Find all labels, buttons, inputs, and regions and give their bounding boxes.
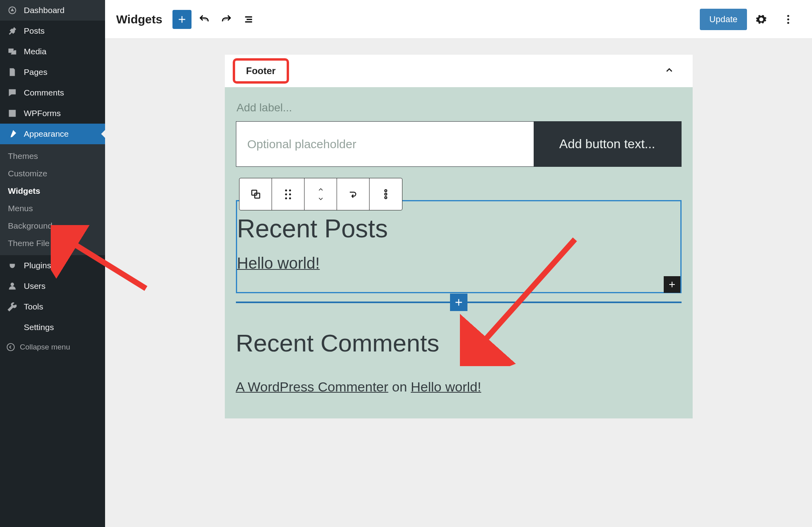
sidebar-item-label: Settings [24,323,54,332]
sidebar-item-pages[interactable]: Pages [0,62,105,82]
block-options-button[interactable] [370,178,402,210]
widget-area-title: Footer [233,58,289,84]
media-icon [6,46,18,57]
settings-button[interactable] [752,10,771,29]
submenu-item-themes[interactable]: Themes [0,147,105,165]
sidebar-item-label: Users [24,281,46,291]
recent-comments-heading: Recent Comments [236,329,682,357]
pin-icon [6,26,18,36]
sidebar-item-label: Posts [24,26,45,36]
sidebar-item-label: Comments [24,88,64,97]
widget-area-footer: Footer Add label... Optional placeholder… [225,55,693,418]
sidebar-item-label: Media [24,47,46,56]
sidebar-item-settings[interactable]: Settings [0,317,105,338]
recent-post-link[interactable]: Hello world! [237,254,320,272]
comment-on-text: on [388,379,411,394]
redo-button[interactable] [217,10,236,29]
sidebar-item-plugins[interactable]: Plugins [0,255,105,276]
list-view-button[interactable] [239,10,258,29]
submenu-item-theme-file-editor[interactable]: Theme File Editor [0,235,105,252]
block-inserter-line [236,292,682,312]
sidebar-item-dashboard[interactable]: Dashboard [0,0,105,21]
comment-icon [6,88,18,98]
move-to-widget-area-button[interactable] [337,178,370,210]
sidebar-item-users[interactable]: Users [0,276,105,296]
sidebar-item-media[interactable]: Media [0,41,105,62]
sidebar-item-label: Tools [24,302,43,311]
sidebar-item-label: Pages [24,67,48,77]
block-inserter-button[interactable] [450,294,467,311]
form-icon [6,108,18,118]
search-label-placeholder[interactable]: Add label... [236,101,682,121]
submenu-item-customize[interactable]: Customize [0,165,105,182]
sidebar-item-posts[interactable]: Posts [0,21,105,41]
svg-point-3 [787,22,789,24]
add-block-button[interactable] [172,10,192,29]
svg-point-1 [787,15,789,17]
drag-handle[interactable] [272,178,304,210]
sidebar-item-label: Dashboard [24,6,65,15]
gauge-icon [6,5,18,15]
search-block: Optional placeholder Add button text... [236,121,682,167]
widget-area-header[interactable]: Footer [225,55,693,87]
chevron-up-icon [664,65,674,77]
editor-canvas: Footer Add label... Optional placeholder… [105,39,812,527]
widget-area-body: Add label... Optional placeholder Add bu… [225,87,693,418]
svg-point-6 [385,190,387,192]
sidebar-item-label: WPForms [24,109,61,118]
submenu-item-menus[interactable]: Menus [0,200,105,217]
plug-icon [6,260,18,271]
sidebar-submenu: Themes Customize Widgets Menus Backgroun… [0,144,105,255]
recent-posts-heading: Recent Posts [237,209,680,254]
sidebar-item-label: Appearance [24,129,69,139]
block-appender-button[interactable] [664,276,680,293]
pages-icon [6,67,18,77]
svg-point-7 [385,193,387,195]
sidebar-item-wpforms[interactable]: WPForms [0,103,105,124]
search-input-placeholder[interactable]: Optional placeholder [236,122,534,166]
comment-author-link[interactable]: A WordPress Commenter [236,379,389,394]
search-button-placeholder[interactable]: Add button text... [534,122,681,166]
settings-sliders-icon [6,322,18,332]
submenu-item-background[interactable]: Background [0,217,105,235]
page-title: Widgets [116,13,162,26]
collapse-label: Collapse menu [20,343,70,351]
collapse-menu-button[interactable]: Collapse menu [0,338,105,357]
editor-topbar: Widgets Update [105,0,812,39]
submenu-item-widgets[interactable]: Widgets [0,182,105,200]
svg-point-8 [385,197,387,199]
block-toolbar [239,178,402,210]
admin-sidebar: Dashboard Posts Media Pages Comments WPF… [0,0,105,527]
recent-posts-block[interactable]: Recent Posts Hello world! [236,200,682,293]
brush-icon [6,129,18,139]
recent-comment-line: A WordPress Commenter on Hello world! [236,379,682,395]
user-icon [6,281,18,291]
comment-post-link[interactable]: Hello world! [411,379,481,394]
sidebar-item-comments[interactable]: Comments [0,82,105,103]
update-button[interactable]: Update [700,9,747,30]
sidebar-item-appearance[interactable]: Appearance [0,124,105,144]
block-type-button[interactable] [239,178,272,210]
options-button[interactable] [779,10,798,29]
undo-button[interactable] [195,10,214,29]
svg-point-0 [7,344,14,351]
sidebar-item-tools[interactable]: Tools [0,296,105,317]
wrench-icon [6,302,18,312]
move-up-down-button[interactable] [304,178,337,210]
sidebar-item-label: Plugins [24,261,51,270]
svg-point-2 [787,18,789,20]
